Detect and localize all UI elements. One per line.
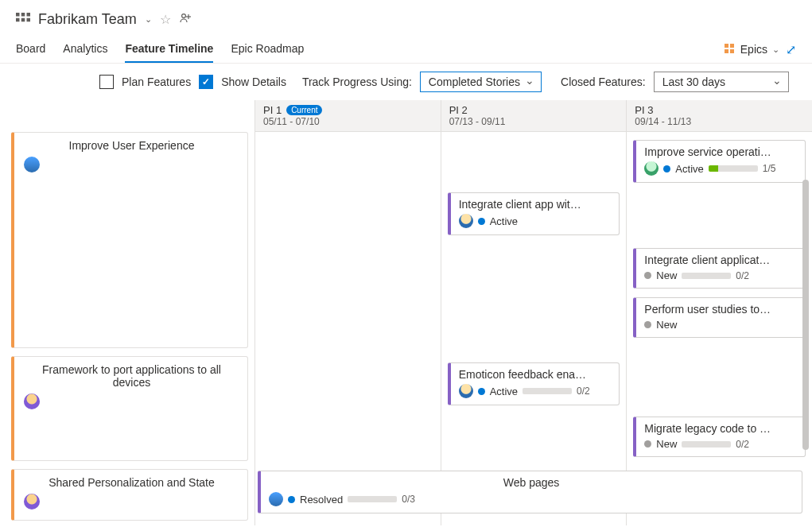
feature-card[interactable]: Improve service operati… Active 1/5: [633, 140, 806, 183]
track-progress-label: Track Progress Using:: [302, 76, 412, 88]
state-dot-icon: [644, 321, 651, 328]
scrollbar-thumb[interactable]: [802, 180, 809, 450]
epic-title: Framework to port applications to all de…: [24, 363, 239, 389]
svg-rect-1: [21, 13, 25, 17]
show-details-label: Show Details: [221, 76, 286, 88]
closed-features-value: Last 30 days: [662, 76, 725, 88]
people-icon[interactable]: [179, 12, 192, 27]
progress-text: 1/5: [763, 163, 776, 174]
progress-text: 0/2: [736, 439, 749, 450]
svg-rect-3: [16, 17, 20, 21]
progress-text: 0/3: [402, 494, 415, 505]
svg-rect-4: [21, 17, 25, 21]
state-dot-icon: [663, 165, 670, 172]
svg-rect-5: [27, 17, 31, 21]
feature-state: New: [656, 269, 677, 281]
feature-title: Emoticon feedback ena…: [459, 368, 612, 381]
state-dot-icon: [478, 218, 485, 225]
feature-title: Integrate client applicat…: [644, 254, 797, 266]
timeline-columns: PI 1 Current 05/11 - 07/10 PI 2 07/13 - …: [254, 100, 812, 525]
column-dates: 07/13 - 09/11: [449, 116, 506, 127]
avatar: [644, 161, 659, 176]
svg-rect-0: [16, 13, 20, 17]
tab-feature-timeline[interactable]: Feature Timeline: [125, 36, 213, 63]
feature-state: Active: [490, 386, 518, 397]
avatar: [24, 393, 40, 409]
tab-board[interactable]: Board: [16, 36, 45, 63]
chevron-down-icon[interactable]: ⌄: [145, 14, 152, 25]
epic-card[interactable]: Framework to port applications to all de…: [11, 356, 248, 461]
plan-features-checkbox[interactable]: [99, 75, 114, 89]
epics-label: Epics: [740, 43, 767, 56]
plan-features-label: Plan Features: [122, 76, 191, 88]
tabs-row: Board Analytics Feature Timeline Epic Ro…: [0, 36, 812, 64]
backlog-icon: [16, 13, 30, 27]
track-progress-select[interactable]: Completed Stories: [420, 72, 542, 92]
progress-bar: [348, 496, 397, 502]
timeline-col-pi2: PI 2 07/13 - 09/11 Integrate client app …: [441, 100, 627, 525]
feature-state: Resolved: [300, 494, 343, 506]
team-header: Fabrikam Team ⌄ ☆: [0, 0, 812, 36]
timeline-col-pi3: PI 3 09/14 - 11/13 Improve service opera…: [626, 100, 812, 525]
closed-features-select[interactable]: Last 30 days: [654, 72, 789, 92]
column-header: PI 3 09/14 - 11/13: [627, 100, 812, 132]
column-name: PI 1: [263, 104, 282, 116]
state-dot-icon: [288, 496, 295, 503]
show-details-checkbox[interactable]: ✓: [199, 75, 213, 89]
row-3-span: Web pages Resolved 0/3: [254, 467, 812, 513]
timeline-grid: Improve User Experience Framework to por…: [0, 100, 812, 525]
epics-button[interactable]: Epics ⌄: [725, 43, 779, 56]
svg-point-6: [181, 14, 185, 18]
progress-bar: [682, 273, 731, 279]
feature-state: Active: [490, 215, 518, 227]
scrollbar[interactable]: [801, 180, 810, 521]
avatar: [269, 492, 283, 506]
progress-bar: [523, 388, 572, 394]
progress-bar: [682, 441, 731, 448]
avatar: [24, 494, 40, 510]
feature-state: New: [656, 438, 677, 450]
epic-column: Improve User Experience Framework to por…: [0, 100, 254, 525]
team-name[interactable]: Fabrikam Team: [38, 11, 137, 28]
chevron-down-icon: ⌄: [772, 45, 779, 55]
avatar: [459, 214, 473, 228]
progress-bar: [709, 165, 758, 172]
avatar: [459, 384, 473, 398]
star-icon[interactable]: ☆: [160, 12, 171, 27]
epic-title: Improve User Experience: [24, 139, 239, 152]
feature-title: Web pages: [269, 476, 794, 489]
closed-features-label: Closed Features:: [561, 76, 646, 88]
column-dates: 05/11 - 07/10: [263, 116, 320, 127]
progress-text: 0/2: [736, 270, 749, 281]
avatar: [24, 157, 40, 172]
feature-card[interactable]: Emoticon feedback ena… Active 0/2: [448, 362, 620, 405]
feature-card[interactable]: Integrate client app wit… Active: [448, 192, 620, 235]
svg-rect-2: [27, 13, 31, 17]
column-header: PI 2 07/13 - 09/11: [441, 100, 627, 132]
controls-row: Plan Features ✓ Show Details Track Progr…: [0, 64, 812, 100]
track-progress-value: Completed Stories: [429, 76, 520, 88]
feature-card[interactable]: Migrate legacy code to … New 0/2: [633, 417, 806, 457]
feature-card[interactable]: Web pages Resolved 0/3: [258, 471, 802, 513]
feature-title: Perform user studies to…: [644, 303, 797, 316]
state-dot-icon: [644, 272, 651, 279]
state-dot-icon: [478, 388, 485, 395]
column-dates: 09/14 - 11/13: [635, 116, 691, 127]
feature-title: Migrate legacy code to …: [644, 422, 797, 435]
epic-card[interactable]: Improve User Experience: [11, 132, 248, 348]
epic-card[interactable]: Shared Personalization and State: [11, 469, 248, 521]
feature-card[interactable]: Perform user studies to… New: [633, 297, 806, 338]
tab-analytics[interactable]: Analytics: [63, 36, 107, 63]
feature-card[interactable]: Integrate client applicat… New 0/2: [633, 248, 806, 289]
timeline-col-pi1: PI 1 Current 05/11 - 07/10: [254, 100, 441, 525]
column-header: PI 1 Current 05/11 - 07/10: [255, 100, 441, 132]
epics-icon: [725, 44, 736, 55]
column-name: PI 2: [449, 104, 468, 116]
feature-title: Improve service operati…: [644, 145, 797, 158]
progress-text: 0/2: [577, 386, 590, 397]
tab-epic-roadmap[interactable]: Epic Roadmap: [231, 36, 304, 63]
feature-state: Active: [675, 163, 703, 175]
column-name: PI 3: [635, 104, 653, 116]
feature-state: New: [656, 319, 677, 331]
fullscreen-icon[interactable]: ⤢: [786, 42, 796, 57]
